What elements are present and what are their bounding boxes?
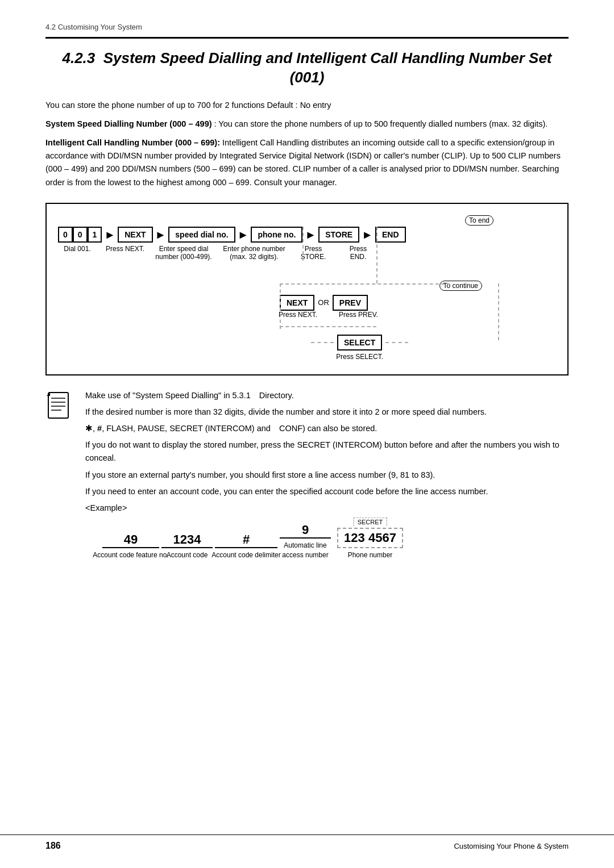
breadcrumb: 4.2 Customising Your System <box>45 23 569 31</box>
ex-phone: SECRET 123 4567 Phone number <box>333 528 407 560</box>
svg-rect-0 <box>48 393 68 418</box>
ex-49: 49 Account code feature no. <box>102 533 159 560</box>
note-2: If the desired number is more than 32 di… <box>85 406 569 419</box>
body-para3: Intelligent Call Handling Number (000 – … <box>45 136 569 189</box>
labels-row: Dial 001. Press NEXT. Enter speed dialnu… <box>58 245 375 261</box>
ex-1234: 1234 Account code <box>161 533 213 560</box>
end-label: Press END. <box>341 245 375 261</box>
select-row: SELECT Press SELECT. <box>311 335 408 361</box>
ex-9: 9 Automatic lineaccess number <box>280 524 331 560</box>
next-btn[interactable]: NEXT <box>118 227 152 243</box>
page-footer: 186 Customising Your Phone & System <box>0 834 614 851</box>
press-next-label: Press NEXT. <box>106 245 144 253</box>
phone-no-field[interactable]: phone no. <box>251 227 302 243</box>
select-btn[interactable]: SELECT <box>337 335 382 350</box>
or-text: OR <box>318 298 329 307</box>
secret-label: SECRET <box>354 518 387 526</box>
speed-dial-field[interactable]: speed dial no. <box>168 227 235 243</box>
phone-value: 123 4567 <box>337 528 403 548</box>
section-title: 4.2.3 System Speed Dialling and Intellig… <box>45 49 569 87</box>
press-prev: Press PREV. <box>339 311 378 319</box>
next-prev-labels: Press NEXT. Press PREV. <box>279 311 378 319</box>
note-content: Make use of "System Speed Dialling" in 5… <box>85 389 569 519</box>
example-label: <Example> <box>85 502 569 515</box>
arrow4: ► <box>305 229 316 240</box>
end-btn[interactable]: END <box>375 227 406 243</box>
phone-no-label: Enter phone number(max. 32 digits). <box>223 245 285 261</box>
prev-btn[interactable]: PREV <box>333 295 368 311</box>
section-divider <box>45 37 569 39</box>
note-4: If you do not want to display the stored… <box>85 439 569 465</box>
note-1: Make use of "System Speed Dialling" in 5… <box>85 389 569 402</box>
digit-1: 1 <box>88 227 102 243</box>
arrow3: ► <box>238 229 249 240</box>
arrow2: ► <box>155 229 167 240</box>
body-para1: You can store the phone number of up to … <box>45 99 569 112</box>
note-3: ✱, #, FLASH, PAUSE, SECRET (INTERCOM) an… <box>85 422 569 435</box>
dashed-v2 <box>498 283 499 340</box>
footer-right: Customising Your Phone & System <box>454 842 569 850</box>
dashed-h2 <box>280 326 376 327</box>
next-btn2[interactable]: NEXT <box>280 295 314 311</box>
to-end-label: To end <box>465 215 493 226</box>
store-btn[interactable]: STORE <box>318 227 359 243</box>
note-icon <box>45 391 74 519</box>
note-5: If you store an external party's number,… <box>85 469 569 482</box>
digits-row: 0 0 1 ► NEXT ► speed dial no. ► phone no… <box>58 227 406 243</box>
note-6: If you need to enter an account code, yo… <box>85 485 569 498</box>
example-row: 49 Account code feature no. 1234 Account… <box>45 524 569 560</box>
vert-dashed1 <box>302 227 304 261</box>
phone-label: Phone number <box>348 550 393 560</box>
speed-dial-label: Enter speed dialnumber (000-499). <box>152 245 215 261</box>
press-select: Press SELECT. <box>311 353 408 361</box>
diagram-container: To end 0 0 1 ► NEXT ► speed dial no. ► p… <box>58 215 556 363</box>
page-number: 186 <box>45 841 61 851</box>
store-label: Press STORE. <box>293 245 333 261</box>
arrow1: ► <box>104 229 115 240</box>
body-para2: System Speed Dialling Number (000 – 499)… <box>45 118 569 131</box>
digit-0b: 0 <box>73 227 88 243</box>
ex-hash: # Account code delimiter <box>215 533 277 560</box>
next-prev-row: NEXT OR PREV <box>280 295 368 311</box>
diagram-box: To end 0 0 1 ► NEXT ► speed dial no. ► p… <box>45 203 569 375</box>
digit-0a: 0 <box>58 227 73 243</box>
dashed-v1 <box>280 283 281 329</box>
dashed-h1 <box>280 283 450 285</box>
dial-label: Dial 001. <box>58 245 97 253</box>
vert-dashed2 <box>376 227 377 283</box>
note-section: Make use of "System Speed Dialling" in 5… <box>45 389 569 519</box>
press-next: Press NEXT. <box>279 311 317 319</box>
to-continue-label: To continue <box>439 281 482 291</box>
arrow5: ► <box>362 229 373 240</box>
